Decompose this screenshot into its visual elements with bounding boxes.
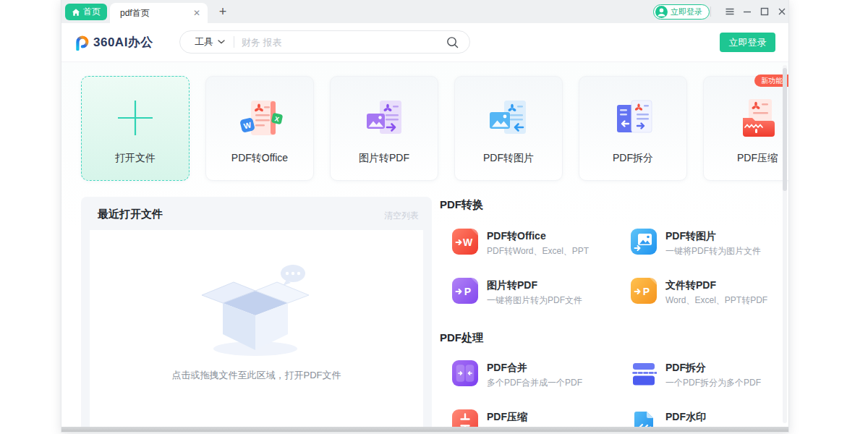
main-content: 打开文件 W	[61, 62, 788, 432]
divider	[710, 7, 711, 17]
item-title: PDF水印	[665, 411, 706, 424]
item-title: PDF转图片	[665, 230, 716, 243]
search-bar: 工具	[179, 30, 470, 54]
svg-text:P: P	[643, 286, 650, 297]
tab-home-label: 首页	[83, 6, 101, 18]
svg-text:P: P	[464, 286, 471, 297]
home-icon	[72, 8, 80, 17]
clear-list-button[interactable]: 清空列表	[384, 210, 419, 222]
item-title: PDF拆分	[665, 362, 706, 375]
logo-text: 360AI办公	[93, 34, 153, 51]
search-category-label: 工具	[195, 35, 213, 48]
image-to-pdf-icon	[361, 95, 407, 141]
card-label: PDF转Office	[206, 152, 313, 165]
login-pill[interactable]: 立即登录	[653, 4, 710, 20]
card-label: 打开文件	[82, 152, 189, 165]
empty-box-illustration	[192, 262, 322, 359]
card-pdf-split[interactable]: PDF拆分	[579, 76, 687, 181]
search-input[interactable]	[242, 37, 446, 48]
item-title: 图片转PDF	[487, 279, 537, 292]
dropzone-hint: 点击或拖拽文件至此区域，打开PDF文件	[90, 369, 423, 382]
image-to-pdf-small-icon: P	[452, 278, 478, 304]
pdf-to-image-icon	[485, 95, 532, 141]
divider	[234, 36, 234, 48]
close-window-icon[interactable]	[776, 6, 788, 17]
section-title-convert: PDF转换	[440, 198, 483, 212]
item-title: PDF转Office	[487, 230, 546, 243]
app-window: 首页 pdf首页 ✕ + 立即登录	[61, 0, 788, 432]
tab-close-icon[interactable]: ✕	[193, 9, 200, 17]
item-image-to-pdf[interactable]: P 图片转PDF 一键将图片转为PDF文件	[452, 278, 620, 307]
item-title: 文件转PDF	[665, 279, 716, 292]
search-icon[interactable]	[446, 35, 459, 49]
item-file-to-pdf[interactable]: P 文件转PDF Word、Excel、PPT转PDF	[631, 278, 788, 307]
svg-text:W: W	[463, 237, 473, 248]
item-pdf-merge[interactable]: PDF合并 多个PDF合并成一个PDF	[452, 360, 620, 389]
pdf-to-office-small-icon: W	[452, 229, 478, 255]
pdf-merge-small-icon	[452, 360, 478, 386]
scrollbar-thumb[interactable]	[783, 68, 787, 191]
tab-pdf-page[interactable]: pdf首页 ✕	[110, 3, 208, 23]
tab-home[interactable]: 首页	[65, 4, 107, 20]
item-pdf-to-image[interactable]: PDF转图片 一键将PDF转为图片文件	[631, 229, 788, 258]
pdf-to-image-small-icon	[631, 229, 657, 255]
card-pdf-to-office[interactable]: W X PDF转Office	[205, 76, 314, 181]
minimize-icon[interactable]	[741, 6, 753, 17]
item-desc: 多个PDF合并成一个PDF	[487, 377, 582, 389]
card-pdf-to-image[interactable]: PDF转图片	[454, 76, 563, 181]
app-logo: 360AI办公	[72, 33, 153, 51]
item-pdf-to-office[interactable]: W PDF转Office PDF转Word、Excel、PPT	[452, 229, 620, 258]
item-desc: 一个PDF拆分为多个PDF	[665, 377, 761, 389]
card-label: PDF压缩	[704, 152, 788, 165]
item-pdf-split[interactable]: PDF拆分 一个PDF拆分为多个PDF	[631, 360, 788, 389]
new-tab-button[interactable]: +	[213, 3, 232, 21]
logo-icon	[72, 33, 90, 51]
pdf-split-icon	[610, 95, 656, 141]
recent-files-panel: 最近打开文件 清空列表 点击或拖拽文件至此区域，打开PDF文件	[81, 197, 432, 432]
section-title-process: PDF处理	[440, 331, 483, 345]
plus-icon	[115, 98, 156, 138]
item-desc: Word、Excel、PPT转PDF	[665, 294, 767, 307]
user-avatar-icon	[655, 6, 668, 18]
item-desc: 一键将PDF转为图片文件	[665, 245, 761, 258]
search-category-dropdown[interactable]: 工具	[195, 35, 225, 48]
login-button[interactable]: 立即登录	[720, 33, 775, 52]
card-label: PDF转图片	[455, 152, 562, 165]
item-desc: PDF转Word、Excel、PPT	[487, 245, 589, 258]
recent-files-title: 最近打开文件	[98, 208, 163, 221]
pdf-split-small-icon	[631, 360, 657, 386]
card-label: 图片转PDF	[331, 152, 438, 165]
file-to-pdf-small-icon: P	[631, 278, 657, 304]
chevron-down-icon	[218, 40, 225, 44]
card-open-file[interactable]: 打开文件	[81, 76, 190, 181]
maximize-icon[interactable]	[759, 6, 770, 17]
pdf-to-office-icon: W X	[237, 95, 283, 141]
window-bottom-edge	[61, 427, 788, 432]
card-label: PDF拆分	[579, 152, 686, 165]
item-desc: 一键将图片转为PDF文件	[487, 294, 582, 307]
item-title: PDF合并	[487, 362, 527, 375]
card-pdf-compress[interactable]: 新功能	[703, 76, 788, 181]
card-image-to-pdf[interactable]: 图片转PDF	[330, 76, 438, 181]
app-header: 360AI办公 工具 立即登录	[61, 23, 788, 62]
tab-bar: 首页 pdf首页 ✕ + 立即登录	[61, 0, 788, 23]
pdf-compress-icon	[734, 95, 780, 141]
tab-page-label: pdf首页	[120, 7, 193, 20]
login-pill-label: 立即登录	[671, 7, 702, 17]
file-dropzone[interactable]: 点击或拖拽文件至此区域，打开PDF文件	[90, 230, 423, 432]
item-title: PDF压缩	[487, 411, 527, 424]
menu-icon[interactable]	[724, 6, 736, 17]
